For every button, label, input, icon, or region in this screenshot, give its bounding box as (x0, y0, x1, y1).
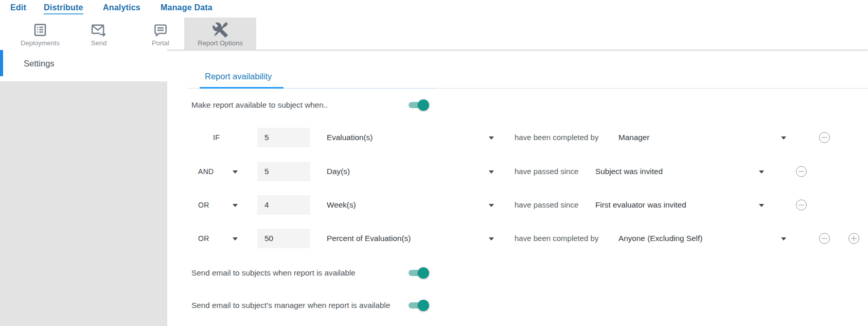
email-toggle-row: Send email to subject's manager when rep… (0, 296, 868, 315)
toolbar-report-options[interactable]: Report Options (184, 18, 256, 49)
remove-condition-button[interactable] (819, 132, 830, 143)
sidebar-item-label: Settings (24, 49, 55, 77)
chevron-down-icon[interactable] (233, 170, 238, 174)
report-available-toggle[interactable] (409, 99, 429, 111)
remove-condition-button[interactable] (796, 200, 807, 211)
toolbar-label: Send (91, 39, 107, 47)
unit-dropdown[interactable]: Week(s) (327, 195, 356, 215)
toggle-knob (418, 267, 429, 279)
toolbar-send[interactable]: Send (63, 18, 135, 49)
unit-dropdown[interactable]: Percent of Evaluation(s) (327, 229, 411, 248)
amount-input[interactable] (257, 128, 310, 147)
chevron-down-icon[interactable] (781, 136, 786, 140)
target-dropdown[interactable]: Manager (618, 128, 649, 147)
toolbar-label: Deployments (21, 39, 60, 47)
master-toggle-row: Make report available to subject when.. (0, 95, 868, 115)
condition-row: AND Day(s) have passed since Subject was… (0, 162, 868, 181)
condition-connector: IF (213, 128, 220, 147)
email-toggle-row: Send email to subjects when report is av… (0, 263, 868, 283)
condition-verb: have been completed by (515, 128, 598, 147)
toolbar-label: Report Options (198, 39, 242, 47)
email-manager-toggle[interactable] (409, 299, 429, 312)
amount-input[interactable] (257, 229, 310, 248)
unit-dropdown[interactable]: Evaluation(s) (327, 128, 373, 147)
email-toggle-label: Send email to subjects when report is av… (191, 263, 356, 283)
chat-bubble-icon (153, 22, 168, 38)
primary-nav: Edit Distribute Analytics Manage Data (0, 0, 868, 18)
list-icon (32, 22, 48, 38)
nav-manage-data[interactable]: Manage Data (161, 3, 212, 12)
active-tab-underline (200, 87, 284, 89)
connector-dropdown[interactable]: OR (198, 229, 209, 248)
email-toggle-label: Send email to subject's manager when rep… (191, 296, 390, 315)
chevron-down-icon[interactable] (489, 170, 494, 174)
condition-row: OR Week(s) have passed since First evalu… (0, 195, 868, 215)
amount-input[interactable] (257, 195, 310, 215)
chevron-down-icon[interactable] (233, 204, 238, 207)
chevron-down-icon[interactable] (781, 237, 786, 241)
condition-verb: have been completed by (515, 229, 598, 248)
chevron-down-icon[interactable] (759, 170, 764, 174)
distribute-toolbar: Deployments Send (0, 18, 868, 49)
toolbar-label: Portal (152, 39, 169, 47)
remove-condition-button[interactable] (819, 233, 830, 244)
amount-input[interactable] (257, 162, 310, 181)
remove-condition-button[interactable] (796, 166, 807, 177)
sidebar-item-settings[interactable]: Settings (0, 49, 167, 78)
wrench-screwdriver-icon (212, 22, 228, 38)
toggle-knob (418, 300, 429, 311)
nav-edit[interactable]: Edit (10, 3, 26, 12)
tab-divider-accent (288, 88, 435, 89)
report-options-screen: Edit Distribute Analytics Manage Data De… (0, 0, 868, 326)
add-condition-button[interactable] (848, 233, 859, 244)
target-dropdown[interactable]: Anyone (Excluding Self) (618, 229, 702, 248)
unit-dropdown[interactable]: Day(s) (327, 162, 350, 181)
tab-report-availability[interactable]: Report availability (205, 72, 272, 81)
chevron-down-icon[interactable] (489, 136, 494, 140)
target-dropdown[interactable]: First evaluator was invited (595, 195, 686, 215)
envelope-arrow-icon (91, 22, 107, 38)
target-dropdown[interactable]: Subject was invited (595, 162, 663, 181)
nav-distribute[interactable]: Distribute (44, 3, 83, 14)
email-subjects-toggle[interactable] (409, 267, 429, 279)
chevron-down-icon[interactable] (759, 204, 764, 207)
condition-row: OR Percent of Evaluation(s) have been co… (0, 229, 868, 248)
chevron-down-icon[interactable] (489, 237, 494, 241)
active-indicator-bar (0, 50, 3, 76)
connector-dropdown[interactable]: AND (198, 162, 214, 181)
condition-row: IF Evaluation(s) have been completed by … (0, 128, 868, 147)
chevron-down-icon[interactable] (233, 237, 238, 241)
toggle-knob (418, 99, 429, 111)
chevron-down-icon[interactable] (489, 204, 494, 207)
connector-dropdown[interactable]: OR (198, 195, 209, 215)
condition-verb: have passed since (515, 162, 578, 181)
condition-verb: have passed since (515, 195, 578, 215)
master-toggle-label: Make report available to subject when.. (191, 95, 328, 115)
nav-analytics[interactable]: Analytics (103, 3, 140, 12)
